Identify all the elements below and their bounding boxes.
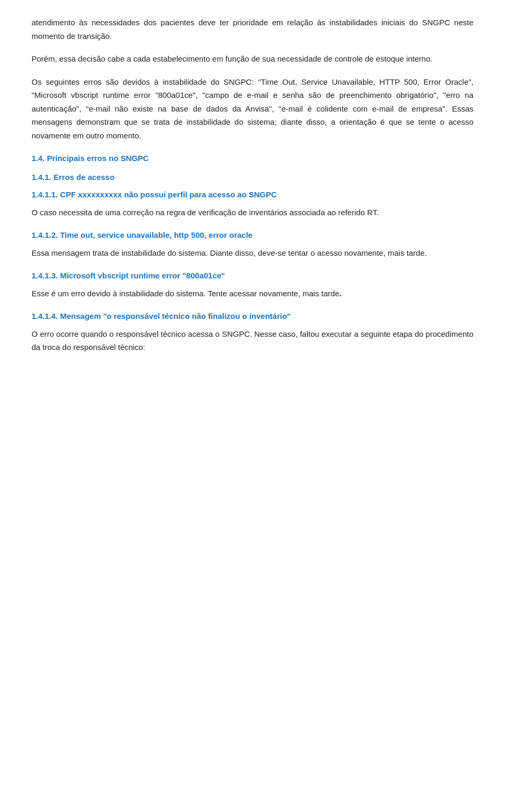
sub-heading-1-4-1-text: 1.4.1. Erros de acesso xyxy=(32,173,115,182)
para4-text: O caso necessita de uma correção na regr… xyxy=(32,208,379,217)
paragraph-1: atendimento às necessidades dos paciente… xyxy=(32,16,473,43)
paragraph-5: Essa mensagem trata de instabilidade do … xyxy=(32,246,473,260)
section-heading-1-4: 1.4. Principais erros no SNGPC xyxy=(32,152,473,165)
para3-part1: Os seguintes erros são devidos à instabi… xyxy=(32,77,258,86)
para5-text: Essa mensagem trata de instabilidade do … xyxy=(32,248,427,257)
sub-heading-1-4-1-4: 1.4.1.4. Mensagem "o responsável técnico… xyxy=(32,309,473,323)
para6-bold: . xyxy=(339,289,341,298)
sub-heading-1-4-1-1: 1.4.1.1. CPF xxxxxxxxxx não possui perfi… xyxy=(32,188,473,202)
sub-heading-1-4-1-3-text: 1.4.1.3. Microsoft vbscript runtime erro… xyxy=(32,271,225,280)
sub-heading-1-4-1: 1.4.1. Erros de acesso xyxy=(32,171,473,184)
sub-heading-1-4-1-2: 1.4.1.2. Time out, service unavailable, … xyxy=(32,228,473,242)
sub-heading-1-4-1-4-text: 1.4.1.4. Mensagem "o responsável técnico… xyxy=(32,312,291,320)
para6-part1: Esse é um erro devido à instabilidade do… xyxy=(32,289,339,298)
service-word: Service xyxy=(301,77,328,86)
paragraph-7: O erro ocorre quando o responsável técni… xyxy=(32,327,473,354)
paragraph-2: Porém, essa decisão cabe a cada estabele… xyxy=(32,52,473,66)
paragraph-4: O caso necessita de uma correção na regr… xyxy=(32,206,473,219)
section-heading-text: 1.4. Principais erros no SNGPC xyxy=(32,154,149,163)
paragraph-6: Esse é um erro devido à instabilidade do… xyxy=(32,287,473,300)
para2-text: Porém, essa decisão cabe a cada estabele… xyxy=(32,54,432,63)
para1-text: atendimento às necessidades dos paciente… xyxy=(32,18,473,41)
main-content: atendimento às necessidades dos paciente… xyxy=(32,16,473,354)
paragraph-3: Os seguintes erros são devidos à instabi… xyxy=(32,75,473,143)
sub-heading-1-4-1-2-text: 1.4.1.2. Time out, service unavailable, … xyxy=(32,230,252,239)
sub-heading-1-4-1-1-text: 1.4.1.1. CPF xxxxxxxxxx não possui perfi… xyxy=(32,190,277,199)
para7-text: O erro ocorre quando o responsável técni… xyxy=(32,329,473,352)
sub-heading-1-4-1-3: 1.4.1.3. Microsoft vbscript runtime erro… xyxy=(32,269,473,283)
